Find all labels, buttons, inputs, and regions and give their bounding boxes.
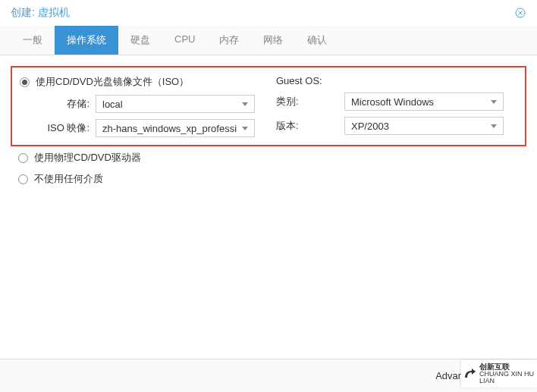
radio-iso[interactable] bbox=[20, 77, 30, 87]
type-value: Microsoft Windows bbox=[351, 96, 434, 108]
brand-en: CHUANG XIN HU LIAN bbox=[479, 371, 537, 384]
wizard-body: 使用CD/DVD光盘镜像文件（ISO） 存储: local ISO 映像: zh… bbox=[0, 55, 537, 202]
storage-label: 存储: bbox=[20, 97, 96, 111]
tab-memory[interactable]: 内存 bbox=[207, 26, 251, 55]
version-label: 版本: bbox=[276, 119, 344, 133]
radio-physical[interactable] bbox=[18, 153, 28, 163]
wizard-tabs: 一般 操作系统 硬盘 CPU 内存 网络 确认 bbox=[0, 26, 537, 55]
brand-icon bbox=[461, 366, 476, 381]
close-icon[interactable] bbox=[514, 7, 526, 19]
storage-select[interactable]: local bbox=[96, 95, 255, 113]
tab-hdd[interactable]: 硬盘 bbox=[118, 26, 162, 55]
iso-value: zh-hans_windows_xp_professi bbox=[102, 123, 237, 134]
dialog-header: 创建: 虚拟机 bbox=[0, 0, 537, 26]
radio-none-label: 不使用任何介质 bbox=[34, 172, 103, 186]
brand-watermark: 创新互联 CHUANG XIN HU LIAN bbox=[461, 360, 537, 387]
wizard-footer: Advanced 返 bbox=[0, 359, 537, 392]
iso-group-highlight: 使用CD/DVD光盘镜像文件（ISO） 存储: local ISO 映像: zh… bbox=[11, 66, 526, 146]
tab-network[interactable]: 网络 bbox=[251, 26, 295, 55]
version-value: XP/2003 bbox=[351, 121, 389, 132]
guest-os-label: Guest OS: bbox=[276, 75, 322, 86]
type-label: 类别: bbox=[276, 95, 344, 108]
tab-general[interactable]: 一般 bbox=[11, 26, 55, 55]
iso-label: ISO 映像: bbox=[20, 121, 96, 135]
version-select[interactable]: XP/2003 bbox=[344, 117, 504, 135]
radio-none[interactable] bbox=[18, 174, 28, 184]
storage-value: local bbox=[102, 99, 123, 110]
radio-physical-label: 使用物理CD/DVD驱动器 bbox=[34, 151, 141, 165]
tab-confirm[interactable]: 确认 bbox=[295, 26, 339, 55]
tab-os[interactable]: 操作系统 bbox=[55, 26, 118, 55]
type-select[interactable]: Microsoft Windows bbox=[344, 93, 504, 111]
radio-iso-label: 使用CD/DVD光盘镜像文件（ISO） bbox=[36, 75, 189, 89]
iso-select[interactable]: zh-hans_windows_xp_professi bbox=[96, 119, 255, 137]
tab-cpu[interactable]: CPU bbox=[162, 26, 207, 55]
dialog-title: 创建: 虚拟机 bbox=[11, 6, 70, 20]
